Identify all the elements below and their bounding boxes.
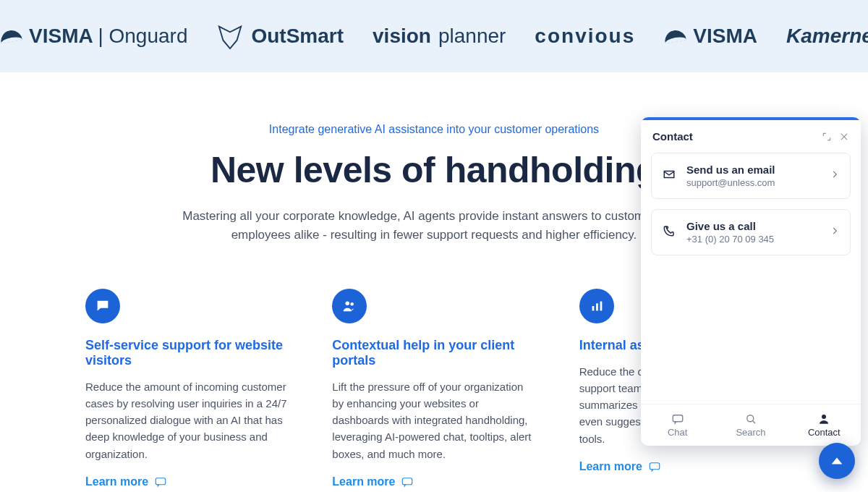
svg-point-2 xyxy=(351,302,354,306)
feature-contextual-help: Contextual help in your client portals L… xyxy=(332,289,535,488)
learn-more-link[interactable]: Learn more xyxy=(85,475,167,488)
svg-rect-3 xyxy=(403,478,413,485)
card-subtitle: +31 (0) 20 70 09 345 xyxy=(686,234,820,245)
widget-body: Send us an email support@unless.com Give… xyxy=(641,150,861,404)
learn-more-link[interactable]: Learn more xyxy=(579,460,661,473)
svg-point-1 xyxy=(346,301,350,305)
feature-self-service: Self-service support for website visitor… xyxy=(85,289,289,488)
search-icon xyxy=(744,412,757,425)
card-title: Send us an email xyxy=(686,164,820,176)
caret-up-icon xyxy=(829,453,845,469)
svg-rect-0 xyxy=(156,478,166,485)
widget-header: Contact xyxy=(641,120,861,150)
tab-label: Contact xyxy=(808,427,841,438)
learn-more-label: Learn more xyxy=(85,475,148,488)
hero-subtitle: Mastering all your corporate knowledge, … xyxy=(174,207,694,245)
tab-label: Search xyxy=(736,427,765,438)
chat-outline-icon xyxy=(648,460,661,473)
swoosh-icon xyxy=(0,29,22,44)
tab-search[interactable]: Search xyxy=(714,404,787,446)
feature-title: Self-service support for website visitor… xyxy=(85,338,289,368)
feature-body: Reduce the amount of incoming customer c… xyxy=(85,378,289,462)
svg-rect-7 xyxy=(650,463,660,470)
svg-rect-4 xyxy=(592,306,594,310)
widget-launcher-button[interactable] xyxy=(819,443,855,479)
person-icon xyxy=(817,412,830,425)
contact-widget: Contact Send us an email support@unless.… xyxy=(641,117,861,446)
svg-point-10 xyxy=(822,415,826,419)
feature-title: Contextual help in your client portals xyxy=(332,338,535,368)
svg-rect-8 xyxy=(673,415,683,422)
logo-kamerne: Kamerne xyxy=(786,25,868,48)
svg-rect-6 xyxy=(600,301,602,310)
learn-more-label: Learn more xyxy=(579,460,642,473)
widget-tabs: Chat Search Contact xyxy=(641,404,861,446)
fox-icon xyxy=(216,22,244,50)
tab-label: Chat xyxy=(668,427,687,438)
svg-rect-5 xyxy=(596,303,598,310)
svg-point-9 xyxy=(747,415,754,422)
tab-chat[interactable]: Chat xyxy=(641,404,714,446)
logo-strip: VISMA | Onguard OutSmart visionplanner c… xyxy=(0,0,868,72)
card-title: Give us a call xyxy=(686,220,820,232)
contact-card-phone[interactable]: Give us a call +31 (0) 20 70 09 345 xyxy=(651,209,851,255)
close-icon[interactable] xyxy=(839,132,849,142)
users-icon xyxy=(332,289,367,323)
feature-body: Lift the pressure off of your organizati… xyxy=(332,378,535,462)
chat-icon xyxy=(671,412,684,425)
learn-more-link[interactable]: Learn more xyxy=(332,475,414,488)
swoosh-icon xyxy=(663,29,686,44)
phone-icon xyxy=(662,224,676,240)
logo-convious: convious xyxy=(535,25,635,48)
chat-outline-icon xyxy=(401,475,414,488)
tab-contact[interactable]: Contact xyxy=(788,404,861,446)
card-subtitle: support@unless.com xyxy=(686,177,820,188)
expand-icon[interactable] xyxy=(822,132,832,142)
learn-more-label: Learn more xyxy=(332,475,395,488)
chevron-right-icon xyxy=(830,226,840,239)
widget-title: Contact xyxy=(652,130,693,143)
chat-bubble-icon xyxy=(85,289,120,323)
chat-outline-icon xyxy=(154,475,167,488)
contact-card-email[interactable]: Send us an email support@unless.com xyxy=(651,153,851,199)
envelope-icon xyxy=(662,168,676,184)
logo-visma-onguard: VISMA | Onguard xyxy=(0,25,187,48)
logo-visma: VISMA xyxy=(664,25,757,48)
chevron-right-icon xyxy=(830,169,840,182)
logo-outsmart: OutSmart xyxy=(216,22,344,50)
bars-icon xyxy=(579,289,614,323)
logo-visionplanner: visionplanner xyxy=(373,25,506,48)
